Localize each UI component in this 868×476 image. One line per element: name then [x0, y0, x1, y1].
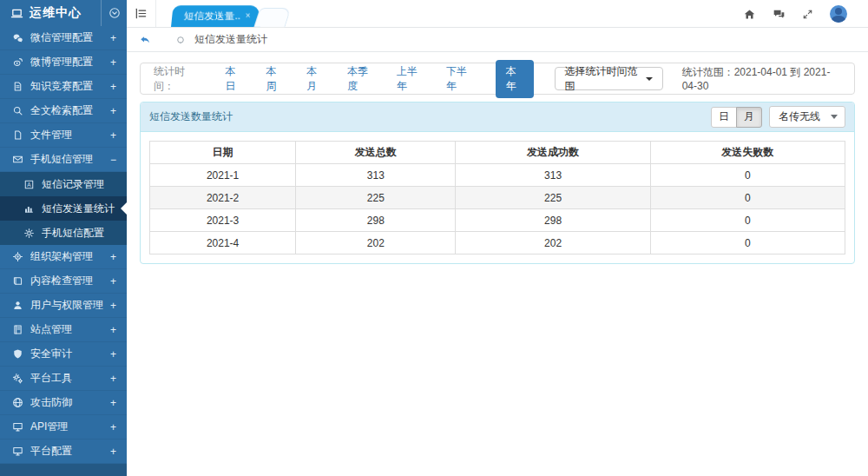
- sms-record-icon: A: [23, 178, 35, 190]
- sidebar-item-label: 用户与权限管理: [30, 298, 110, 313]
- desktop-icon: [11, 446, 23, 458]
- sidebar: 运维中心 微信管理配置+微博管理配置+知识竞赛配置+全文检索配置+文件管理+手机…: [0, 0, 127, 476]
- table-cell: 298: [456, 209, 650, 232]
- app-title: 运维中心: [30, 5, 82, 21]
- sidebar-item-site-management[interactable]: 站点管理+: [0, 318, 127, 342]
- sidebar-item-label: 微博管理配置: [30, 55, 110, 69]
- expand-plus-icon: +: [110, 300, 116, 312]
- sidebar-item-sms-volume-stats[interactable]: 短信发送量统计: [0, 196, 127, 221]
- filter-option-today[interactable]: 本日: [226, 64, 243, 94]
- circle-o-icon: [175, 35, 186, 45]
- table-cell: 2021-1: [150, 164, 296, 187]
- sidebar-item-content-check[interactable]: 内容检查管理+: [0, 269, 127, 294]
- table-row: 2021-22252250: [150, 187, 845, 209]
- sidebar-item-sms-management[interactable]: 手机短信管理−: [0, 148, 127, 172]
- tab-label: 短信发送量..: [183, 9, 240, 23]
- filter-label: 统计时间：: [154, 64, 201, 94]
- laptop-icon: [10, 7, 23, 20]
- select-time-range-button[interactable]: 选择统计时间范围: [555, 67, 663, 90]
- sidebar-toggle-button[interactable]: [127, 0, 156, 27]
- filter-option-this-week[interactable]: 本周: [266, 64, 283, 94]
- day-toggle-button[interactable]: 日: [711, 107, 737, 128]
- chevron-circle-down-icon: [108, 7, 121, 19]
- expand-plus-icon: +: [110, 324, 116, 336]
- user-avatar[interactable]: [830, 5, 847, 23]
- weibo-icon: [11, 56, 23, 69]
- sidebar-item-sms-record[interactable]: A短信记录管理: [0, 172, 127, 196]
- sidebar-collapse-button[interactable]: [101, 0, 127, 26]
- table-cell: 225: [456, 187, 650, 209]
- sidebar-item-user-permission[interactable]: 用户与权限管理+: [0, 294, 127, 318]
- tab-sms-volume-stats[interactable]: 短信发送量.. ×: [171, 5, 260, 27]
- month-toggle-button[interactable]: 月: [736, 107, 762, 128]
- expand-icon[interactable]: [802, 9, 813, 20]
- book-icon: [11, 275, 23, 288]
- sidebar-item-label: 短信发送量统计: [42, 202, 116, 216]
- sidebar-item-label: 手机短信配置: [42, 226, 116, 241]
- expand-plus-icon: +: [110, 397, 116, 409]
- sidebar-item-attack-defense[interactable]: 攻击防御+: [0, 391, 127, 415]
- expand-plus-icon: +: [110, 129, 116, 142]
- table-header: 发送总数: [296, 142, 456, 164]
- table-header: 发送失败数: [650, 142, 845, 164]
- table-cell: 313: [456, 164, 650, 187]
- comments-icon[interactable]: [773, 8, 786, 21]
- sidebar-item-fulltext-search[interactable]: 全文检索配置+: [0, 99, 127, 123]
- table-cell: 313: [296, 164, 456, 187]
- sidebar-item-label: 文件管理: [30, 128, 110, 142]
- sidebar-item-api-management[interactable]: API管理+: [0, 415, 127, 440]
- table-cell: 0: [650, 187, 845, 209]
- sidebar-item-label: 内容检查管理: [30, 274, 110, 288]
- table-cell: 202: [456, 232, 650, 255]
- filter-option-second-half[interactable]: 下半年: [446, 64, 472, 94]
- range-button-label: 选择统计时间范围: [565, 64, 640, 94]
- sidebar-item-label: API管理: [30, 420, 110, 434]
- avatar-head: [835, 8, 842, 15]
- collapse-minus-icon: −: [110, 154, 116, 166]
- bar-chart-icon: [23, 202, 35, 215]
- globe-icon: [11, 397, 23, 409]
- day-month-toggle: 日 月: [711, 107, 762, 128]
- app-brand: 运维中心: [0, 5, 101, 21]
- sidebar-item-label: 平台配置: [30, 444, 110, 459]
- sidebar-footer: [0, 464, 127, 476]
- sidebar-item-org-structure[interactable]: 组织架构管理+: [0, 245, 127, 269]
- provider-select[interactable]: 名传无线: [769, 106, 845, 128]
- desktop-icon: [11, 421, 23, 433]
- sidebar-item-platform-config[interactable]: 平台配置+: [0, 440, 127, 464]
- expand-plus-icon: +: [110, 56, 116, 69]
- gear-icon: [23, 227, 35, 239]
- sidebar-item-label: 平台工具: [30, 371, 110, 386]
- back-button[interactable]: [139, 34, 151, 46]
- table-cell: 2021-2: [150, 187, 296, 209]
- main-area: 短信发送量.. × 短信发送量统计 统计时间： 本日本周本月本季度上半年下半年本…: [127, 0, 868, 476]
- sidebar-item-weibo-config[interactable]: 微博管理配置+: [0, 50, 127, 75]
- table-row: 2021-13133130: [150, 164, 845, 187]
- home-icon[interactable]: [743, 8, 756, 21]
- shield-icon: [11, 348, 23, 360]
- avatar-torso: [832, 16, 845, 23]
- wechat-icon: [11, 32, 23, 44]
- cogs-icon: [11, 373, 23, 385]
- filter-option-first-half[interactable]: 上半年: [397, 64, 423, 94]
- sidebar-item-label: 组织架构管理: [30, 249, 110, 264]
- sidebar-item-sms-config[interactable]: 手机短信配置: [0, 221, 127, 245]
- filter-option-this-year[interactable]: 本年: [496, 60, 534, 98]
- sidebar-item-wechat-config[interactable]: 微信管理配置+: [0, 26, 127, 50]
- sidebar-item-platform-tools[interactable]: 平台工具+: [0, 367, 127, 391]
- filter-option-this-quarter[interactable]: 本季度: [347, 64, 373, 94]
- expand-plus-icon: +: [110, 251, 116, 263]
- tab-close-icon[interactable]: ×: [245, 12, 250, 20]
- table-cell: 225: [296, 187, 456, 209]
- doc-icon: [11, 81, 23, 93]
- content: 统计时间： 本日本周本月本季度上半年下半年本年 选择统计时间范围 统计范围：20…: [127, 52, 868, 264]
- sidebar-item-security-audit[interactable]: 安全审计+: [0, 342, 127, 367]
- user-icon: [11, 300, 23, 312]
- sidebar-item-label: 站点管理: [30, 322, 110, 337]
- expand-plus-icon: +: [110, 446, 116, 458]
- sidebar-item-quiz-config[interactable]: 知识竞赛配置+: [0, 75, 127, 99]
- sidebar-item-file-management[interactable]: 文件管理+: [0, 123, 127, 148]
- filter-option-this-month[interactable]: 本月: [306, 64, 324, 94]
- filter-options: 本日本周本月本季度上半年下半年本年: [226, 60, 534, 98]
- tab-ghost: [253, 8, 291, 27]
